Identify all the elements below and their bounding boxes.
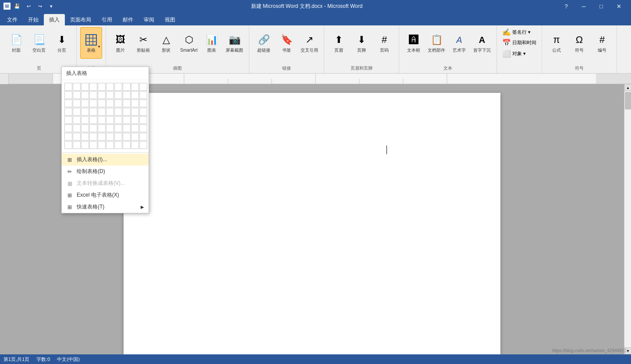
table-grid-cell[interactable] (98, 133, 106, 141)
datetime-btn[interactable]: 📅 日期和时间 (500, 38, 538, 48)
save-qat-btn[interactable]: 💾 (12, 1, 22, 11)
table-grid-cell[interactable] (131, 108, 139, 116)
table-grid-cell[interactable] (114, 99, 122, 107)
table-grid-cell[interactable] (114, 141, 122, 149)
table-grid-cell[interactable] (89, 108, 97, 116)
table-grid-cell[interactable] (89, 124, 97, 132)
table-grid-cell[interactable] (64, 83, 72, 91)
table-grid-cell[interactable] (114, 133, 122, 141)
table-grid-cell[interactable] (81, 133, 89, 141)
table-grid-cell[interactable] (131, 124, 139, 132)
table-grid-cell[interactable] (73, 116, 81, 124)
table-grid-cell[interactable] (81, 91, 89, 99)
table-grid-cell[interactable] (123, 108, 131, 116)
wordart-btn[interactable]: A 艺术字 (448, 27, 470, 59)
scroll-up-btn[interactable]: ▲ (624, 84, 631, 91)
tab-review[interactable]: 审阅 (138, 14, 160, 25)
table-grid-cell[interactable] (98, 108, 106, 116)
table-grid-cell[interactable] (64, 99, 72, 107)
table-grid-cell[interactable] (64, 116, 72, 124)
table-grid-cell[interactable] (64, 108, 72, 116)
table-grid-cell[interactable] (131, 141, 139, 149)
tab-home[interactable]: 插入 (44, 14, 65, 25)
table-grid-cell[interactable] (73, 141, 81, 149)
table-grid-cell[interactable] (89, 141, 97, 149)
table-grid-cell[interactable] (64, 141, 72, 149)
table-grid-cell[interactable] (106, 91, 114, 99)
blank-page-btn[interactable]: 📃 空白页 (28, 27, 50, 59)
table-grid-cell[interactable] (64, 91, 72, 99)
quick-table-item[interactable]: ⊞ 快速表格(T) ▶ (62, 201, 149, 213)
table-grid-cell[interactable] (106, 83, 114, 91)
object-btn[interactable]: ⬜ 对象 ▾ (500, 49, 538, 59)
table-btn[interactable]: 表格 ▾ (80, 27, 102, 59)
screenshot-btn[interactable]: 📷 屏幕截图 (223, 27, 245, 59)
table-grid-cell[interactable] (123, 83, 131, 91)
table-grid-cell[interactable] (73, 83, 81, 91)
table-grid-cell[interactable] (81, 108, 89, 116)
table-grid-cell[interactable] (131, 133, 139, 141)
table-grid-cell[interactable] (123, 133, 131, 141)
tab-view[interactable]: 视图 (160, 14, 181, 25)
table-grid-cell[interactable] (73, 108, 81, 116)
table-grid-cell[interactable] (64, 124, 72, 132)
table-grid-cell[interactable] (139, 108, 147, 116)
draw-table-item[interactable]: ✏ 绘制表格(D) (62, 166, 149, 177)
table-grid-cell[interactable] (106, 124, 114, 132)
maximize-btn[interactable]: □ (592, 0, 610, 12)
table-grid-cell[interactable] (114, 108, 122, 116)
docparts-btn[interactable]: 📋 文档部件 (425, 27, 447, 59)
table-grid-cell[interactable] (73, 91, 81, 99)
minimize-btn[interactable]: ─ (575, 0, 592, 12)
table-grid-cell[interactable] (89, 116, 97, 124)
close-btn[interactable]: ✕ (610, 0, 627, 12)
equation-btn[interactable]: π 公式 (546, 27, 567, 59)
picture-btn[interactable]: 🖼 图片 (110, 27, 131, 59)
table-grid-cell[interactable] (139, 83, 147, 91)
table-grid-cell[interactable] (139, 116, 147, 124)
tab-page-layout[interactable]: 页面布局 (65, 14, 96, 25)
crossref-btn[interactable]: ↗ 交叉引用 (298, 27, 320, 59)
table-grid-cell[interactable] (81, 141, 89, 149)
table-grid-cell[interactable] (98, 141, 106, 149)
table-grid-cell[interactable] (98, 99, 106, 107)
table-grid-cell[interactable] (106, 141, 114, 149)
table-grid-cell[interactable] (131, 83, 139, 91)
bookmark-btn[interactable]: 🔖 书签 (276, 27, 298, 59)
page-break-btn[interactable]: ⬇ 分页 (51, 27, 73, 59)
table-grid-cell[interactable] (139, 141, 147, 149)
textbox-btn[interactable]: 🅰 文本框 (403, 27, 425, 59)
qat-dropdown-btn[interactable]: ▾ (46, 1, 56, 11)
table-grid-cell[interactable] (106, 133, 114, 141)
table-grid-cell[interactable] (139, 124, 147, 132)
table-grid-cell[interactable] (89, 133, 97, 141)
smartart-btn[interactable]: ⬡ SmartArt (178, 27, 200, 59)
table-grid-cell[interactable] (89, 91, 97, 99)
document-page[interactable] (124, 93, 500, 354)
table-grid-cell[interactable] (114, 83, 122, 91)
table-grid-cell[interactable] (98, 83, 106, 91)
table-grid-cell[interactable] (139, 99, 147, 107)
table-grid-cell[interactable] (123, 141, 131, 149)
table-grid-cell[interactable] (81, 116, 89, 124)
table-grid-cell[interactable] (73, 124, 81, 132)
table-grid-cell[interactable] (123, 124, 131, 132)
clip-art-btn[interactable]: ✂ 剪贴画 (132, 27, 154, 59)
table-grid-cell[interactable] (106, 108, 114, 116)
help-btn[interactable]: ? (557, 0, 575, 12)
tab-file[interactable]: 开始 (23, 14, 44, 25)
table-grid-cell[interactable] (114, 91, 122, 99)
table-grid-cell[interactable] (123, 99, 131, 107)
redo-qat-btn[interactable]: ↪ (35, 1, 45, 11)
chart-btn[interactable]: 📊 图表 (201, 27, 223, 59)
footer-btn[interactable]: ⬇ 页脚 (351, 27, 372, 59)
table-grid-cell[interactable] (98, 91, 106, 99)
table-grid-cell[interactable] (114, 124, 122, 132)
table-grid-cell[interactable] (98, 116, 106, 124)
table-grid-cell[interactable] (114, 116, 122, 124)
signature-line-btn[interactable]: ✍ 签名行 ▾ (500, 27, 538, 37)
table-grid-cell[interactable] (131, 91, 139, 99)
table-grid-cell[interactable] (98, 124, 106, 132)
dropcap-btn[interactable]: A 首字下沉 (471, 27, 493, 59)
table-grid-cell[interactable] (106, 116, 114, 124)
